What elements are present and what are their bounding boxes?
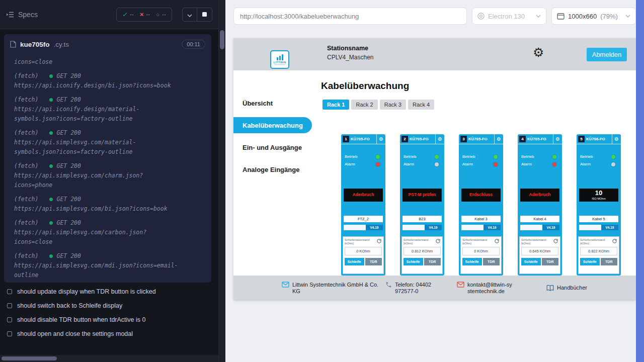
test-item[interactable]: should disable TDR button when tdrActive… xyxy=(0,313,211,327)
tdr-button[interactable]: TDR xyxy=(542,258,558,265)
firmware-version: V4.19 xyxy=(601,225,618,230)
cable-name-field[interactable]: Kabel 3 xyxy=(461,216,501,222)
checkmark-icon: ✓ xyxy=(122,11,127,18)
test-item[interactable]: should open and close the settings modal xyxy=(0,327,211,341)
test-box-icon xyxy=(7,331,12,336)
test-item[interactable]: should update display when TDR button is… xyxy=(0,285,211,299)
card-settings-icon[interactable]: ⚙ xyxy=(435,134,444,144)
browser-select[interactable]: Electron 130 xyxy=(472,8,546,25)
cable-name-field[interactable]: Kabel 5 xyxy=(579,216,618,222)
page-title: Kabelüberwachung xyxy=(321,80,636,92)
test-list: should update display when TDR button is… xyxy=(0,285,211,341)
schleife-button[interactable]: Schleife xyxy=(345,258,364,265)
reporter-scrollbar[interactable] xyxy=(218,0,225,362)
log-continuation[interactable]: icons=close xyxy=(14,57,205,67)
footer-manuals-link[interactable]: Handbücher xyxy=(546,285,587,292)
alarm-led xyxy=(611,162,615,166)
footer-phone: Telefon: 04402 972577-0 xyxy=(385,282,457,295)
refresh-icon[interactable] xyxy=(494,238,500,244)
status-dot-icon xyxy=(49,198,53,201)
stat-failed: × -- xyxy=(140,11,150,18)
test-item[interactable]: should switch back to Schleife display xyxy=(0,299,211,313)
reporter-header: Specs ✓ -- × -- ○ -- xyxy=(0,0,218,29)
log-entry[interactable]: (fetch) GET 200 https://api.simplesvg.co… xyxy=(14,161,205,190)
tab-rack-3[interactable]: Rack 3 xyxy=(380,100,406,110)
tdr-button[interactable]: TDR xyxy=(424,258,441,265)
card-settings-icon[interactable]: ⚙ xyxy=(553,134,562,144)
footer-email-link[interactable]: kontakt@littwin-systemtechnik.de xyxy=(457,282,546,295)
betrieb-led xyxy=(611,155,615,159)
log-entry[interactable]: (fetch) GET 200 https://api.simplesvg.co… xyxy=(14,218,205,247)
app-main: Kabelüberwachung Rack 1 Rack 2 Rack 3 Ra… xyxy=(312,70,636,276)
card-settings-icon[interactable]: ⚙ xyxy=(612,134,621,144)
log-entry[interactable]: (fetch) GET 200 https://api.simplesvg.co… xyxy=(14,195,205,214)
status-display: Erdschluss xyxy=(461,189,501,202)
tab-rack-1[interactable]: Rack 1 xyxy=(323,100,349,110)
status-dot-icon xyxy=(49,98,53,102)
stop-button[interactable] xyxy=(197,8,212,22)
card-model: KÜ705-FO xyxy=(351,137,370,141)
stat-passed: ✓ -- xyxy=(122,11,134,18)
nav-item-uebersicht[interactable]: Übersicht xyxy=(233,92,312,114)
spec-title-row[interactable]: kue705fo.cy.ts 00:11 xyxy=(4,34,211,54)
horizontal-scrollbar[interactable] xyxy=(0,355,218,362)
refresh-icon[interactable] xyxy=(376,238,382,244)
logo-bars-icon xyxy=(277,54,283,60)
chevron-down-icon xyxy=(187,10,192,19)
card-settings-icon[interactable]: ⚙ xyxy=(376,134,385,144)
betrieb-led xyxy=(494,155,498,159)
logout-button[interactable]: Abmelden xyxy=(587,48,627,61)
measurement-panel: Schleifenwiderstand [kOhm] 0.822 KOhm Sc… xyxy=(578,236,619,274)
command-log: icons=close (fetch) GET 200 https://api.… xyxy=(4,54,211,280)
nav-item-kabelueberwachung[interactable]: Kabelüberwachung xyxy=(233,114,312,136)
browser-icon xyxy=(477,13,485,20)
card-settings-icon[interactable]: ⚙ xyxy=(494,134,503,144)
cable-name-field[interactable]: Kabel 4 xyxy=(520,216,559,222)
nav-item-analoge-eingaenge[interactable]: Analoge Eingänge xyxy=(233,158,312,180)
cable-name-field[interactable]: B23 xyxy=(403,216,442,222)
url-text: http://localhost:3000/kabelueberwachung xyxy=(240,13,359,20)
measurement-panel: Schleifenwiderstand [kOhm] 0 KOhm Schlei… xyxy=(460,236,502,274)
phone-icon xyxy=(385,282,392,288)
log-entry[interactable]: (fetch) GET 200 https://api.iconify.desi… xyxy=(14,95,205,124)
log-entry[interactable]: (fetch) GET 200 https://api.iconify.desi… xyxy=(14,71,205,90)
measurement-panel: Schleifenwiderstand [kOhm] 0.645 KOhm Sc… xyxy=(519,236,560,274)
viewport-select[interactable]: 1000x660 (79%) xyxy=(551,8,636,25)
test-box-icon xyxy=(7,317,12,322)
status-display: PST-M prüfen xyxy=(403,189,442,202)
app-under-test: LITTWIN Stationsname CPLV4_Maschen ⚙ Abm… xyxy=(233,38,636,300)
tdr-button[interactable]: TDR xyxy=(483,258,500,265)
app-header: LITTWIN Stationsname CPLV4_Maschen ⚙ Abm… xyxy=(233,38,636,70)
tab-rack-4[interactable]: Rack 4 xyxy=(408,100,434,110)
window-scrollbar[interactable] xyxy=(636,0,644,362)
schleife-button[interactable]: Schleife xyxy=(462,258,482,265)
station-info: Stationsname CPLV4_Maschen xyxy=(327,45,374,61)
spec-log-panel: kue705fo.cy.ts 00:11 icons=close (fetch)… xyxy=(4,34,211,283)
device-card-3: 3 KÜ705-FO ⚙ Betrieb Alarm Erdschluss Ka… xyxy=(459,134,503,276)
log-entry[interactable]: (fetch) GET 200 https://api.simplesvg.co… xyxy=(14,128,205,157)
refresh-icon[interactable] xyxy=(553,238,558,244)
schleife-button[interactable]: Schleife xyxy=(580,258,600,265)
firmware-version: V4.19 xyxy=(425,225,442,230)
collapse-button[interactable] xyxy=(182,8,197,22)
nav-item-ein-und-ausgaenge[interactable]: Ein- und Ausgänge xyxy=(233,136,312,158)
log-entry[interactable]: (fetch) GET 200 https://api.simplesvg.co… xyxy=(14,251,205,280)
tdr-button[interactable]: TDR xyxy=(365,258,382,265)
tab-rack-2[interactable]: Rack 2 xyxy=(351,100,377,110)
schleife-button[interactable]: Schleife xyxy=(521,258,541,265)
specs-menu[interactable]: Specs xyxy=(6,11,38,19)
spec-timer: 00:11 xyxy=(182,40,205,49)
refresh-icon[interactable] xyxy=(612,238,617,244)
url-bar[interactable]: http://localhost:3000/kabelueberwachung xyxy=(233,8,467,25)
cable-name-field[interactable]: FTZ_2 xyxy=(344,216,383,222)
device-card-1: 1 KÜ705-FO ⚙ Betrieb Alarm Aderbruch FTZ… xyxy=(341,134,385,276)
refresh-icon[interactable] xyxy=(435,238,441,244)
settings-gear-icon[interactable]: ⚙ xyxy=(533,46,544,59)
spec-extension: .cy.ts xyxy=(54,41,69,48)
tdr-button[interactable]: TDR xyxy=(601,258,617,265)
cypress-reporter: Specs ✓ -- × -- ○ -- xyxy=(0,0,218,362)
betrieb-led xyxy=(552,155,556,159)
schleife-button[interactable]: Schleife xyxy=(404,258,423,265)
app-footer: Littwin Systemtechnik GmbH & Co. KG Tele… xyxy=(233,276,636,300)
alarm-led xyxy=(552,162,556,166)
